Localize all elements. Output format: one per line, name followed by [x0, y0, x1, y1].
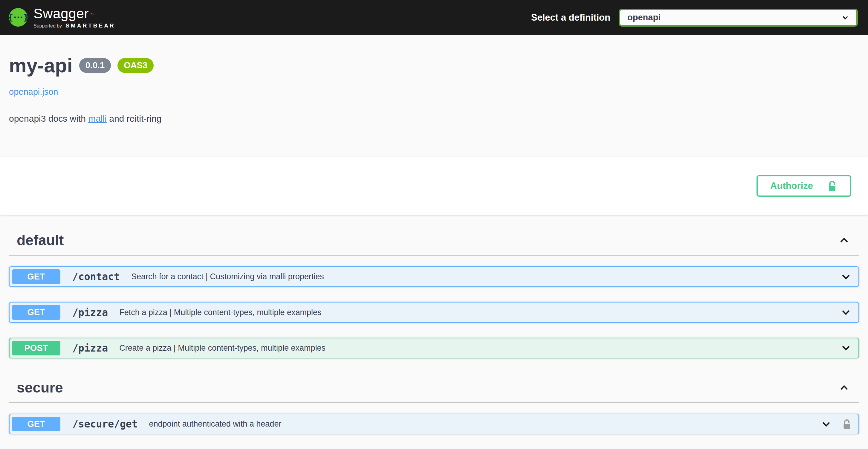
tagline-prefix: Supported by	[33, 24, 62, 29]
operation-description: Create a pizza | Multiple content-types,…	[119, 343, 326, 353]
brand-name: Swagger	[33, 6, 89, 21]
page-title: my-api	[9, 54, 73, 77]
malli-link[interactable]: malli	[88, 114, 107, 123]
operation-path[interactable]: /pizza	[72, 342, 108, 354]
api-description: openapi3 docs with malli and reitit-ring	[9, 114, 859, 124]
opblock-get-pizza: GET /pizza Fetch a pizza | Multiple cont…	[9, 302, 859, 323]
section-header-secure[interactable]: secure	[9, 373, 859, 403]
expand-operation-button[interactable]	[820, 418, 832, 430]
definition-select[interactable]: openapi	[619, 9, 858, 27]
oas3-badge: OAS3	[118, 58, 154, 73]
authorize-button[interactable]: Authorize	[756, 175, 851, 197]
api-info-section: my-api 0.0.1 OAS3 openapi.json openapi3 …	[0, 35, 868, 157]
auth-wrapper: Authorize	[9, 175, 859, 197]
section-header-default[interactable]: default	[9, 226, 859, 256]
section-title: default	[17, 232, 64, 248]
chevron-down-icon	[840, 271, 852, 283]
swagger-logo-link[interactable]: {···} Swagger™ Supported by SMARTBEAR	[9, 6, 115, 28]
spec-file-link[interactable]: openapi.json	[9, 87, 58, 97]
definition-select-label: Select a definition	[531, 12, 610, 23]
trademark-symbol: ™	[90, 12, 94, 17]
operation-path[interactable]: /pizza	[72, 307, 108, 318]
tagline-smartbear: SMARTBEAR	[65, 23, 115, 29]
scheme-container: Authorize	[0, 157, 868, 215]
topbar: {···} Swagger™ Supported by SMARTBEAR Se…	[0, 0, 868, 35]
chevron-up-icon[interactable]	[838, 382, 850, 394]
chevron-down-icon	[840, 342, 852, 354]
opblock-summary[interactable]: GET /pizza Fetch a pizza | Multiple cont…	[9, 302, 859, 322]
description-suffix: and reitit-ring	[107, 114, 161, 123]
method-badge: GET	[12, 305, 60, 320]
method-badge: GET	[12, 269, 60, 284]
expand-operation-button[interactable]	[840, 271, 852, 283]
swagger-logo-icon: {···}	[9, 8, 28, 27]
operation-description: endpoint authenticated with a header	[149, 419, 282, 429]
opblock-summary[interactable]: GET /secure/get endpoint authenticated w…	[9, 414, 859, 434]
operation-description: Search for a contact | Customizing via m…	[131, 272, 324, 281]
chevron-up-icon[interactable]	[838, 234, 850, 246]
version-badge: 0.0.1	[79, 58, 111, 73]
chevron-down-icon	[820, 418, 832, 430]
description-prefix: openapi3 docs with	[9, 114, 88, 123]
brand-tagline: Supported by SMARTBEAR	[33, 23, 115, 29]
api-title-row: my-api 0.0.1 OAS3	[9, 54, 859, 77]
chevron-down-icon	[840, 306, 852, 318]
section-title: secure	[17, 379, 63, 396]
opblock-summary[interactable]: POST /pizza Create a pizza | Multiple co…	[9, 338, 859, 358]
operations-wrapper: default GET /contact Search for a contac…	[0, 215, 868, 435]
brand-text: Swagger™ Supported by SMARTBEAR	[33, 6, 115, 28]
operation-auth-button[interactable]	[842, 418, 852, 430]
opblock-summary[interactable]: GET /contact Search for a contact | Cust…	[9, 267, 859, 287]
opblock-post-pizza: POST /pizza Create a pizza | Multiple co…	[9, 338, 859, 358]
opblock-get-contact: GET /contact Search for a contact | Cust…	[9, 266, 859, 287]
method-badge: POST	[12, 341, 60, 355]
definition-select-value: openapi	[627, 12, 660, 23]
unlocked-padlock-icon	[842, 418, 852, 430]
svg-text:{···}: {···}	[9, 12, 28, 23]
unlocked-padlock-icon	[827, 180, 838, 192]
opblock-get-secure-get: GET /secure/get endpoint authenticated w…	[9, 414, 859, 435]
authorize-button-label: Authorize	[770, 181, 813, 191]
operation-path[interactable]: /contact	[72, 271, 120, 282]
chevron-down-icon	[841, 13, 850, 22]
operation-description: Fetch a pizza | Multiple content-types, …	[119, 308, 321, 317]
expand-operation-button[interactable]	[840, 306, 852, 318]
method-badge: GET	[12, 417, 60, 431]
expand-operation-button[interactable]	[840, 342, 852, 354]
definition-selector-area: Select a definition openapi	[531, 9, 858, 27]
operation-path[interactable]: /secure/get	[72, 418, 138, 430]
